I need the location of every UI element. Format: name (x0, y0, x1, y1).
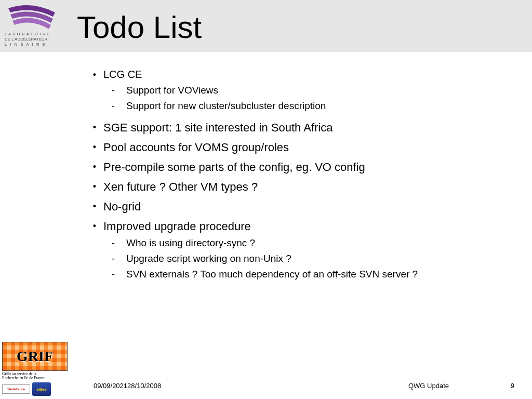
footer-date: 09/09/202128/10/2008 (94, 382, 161, 390)
bullet-dot-icon: • (86, 180, 103, 192)
bullet-text: SGE support: 1 site interested in South … (103, 121, 332, 135)
subbullet-text: Upgrade script working on non-Unix ? (126, 253, 291, 264)
dash-icon: - (112, 237, 126, 249)
dash-icon: - (112, 269, 126, 280)
bullet-text: Pre-compile some parts of the config, eg… (103, 161, 365, 174)
bullet-precompile: • Pre-compile some parts of the config, … (86, 161, 522, 174)
subbullet-svn: - SVN externals ? Too much dependency of… (112, 269, 522, 280)
subbullet-text: Support for new cluster/subcluster descr… (126, 100, 326, 112)
egee-logo: eGee (32, 382, 51, 396)
bullet-upgrade: • Improved upgrade procedure (86, 220, 522, 233)
bullet-text: Improved upgrade procedure (103, 220, 251, 233)
grif-title: GRIF (17, 348, 53, 365)
bullet-nogrid: • No-grid (86, 200, 522, 214)
lal-text-1: L A B O R A T O I R E (5, 32, 50, 36)
bullet-text: No-grid (103, 200, 141, 214)
bullet-text: LCG CE (103, 69, 142, 81)
bullet-pool: • Pool accounts for VOMS group/roles (86, 141, 522, 154)
subbullet-nonunix: - Upgrade script working on non-Unix ? (112, 253, 522, 264)
grif-subtitle-2: Recherche en Ile de France (2, 376, 85, 380)
bullet-dot-icon: • (86, 200, 103, 212)
bullet-dot-icon: • (86, 220, 103, 232)
corner-logos: GRIF Grille au service de la Recherche e… (2, 342, 85, 396)
iledefrance-logo: *iledefrance (2, 384, 30, 394)
lal-text-3: L I N É A I R E (5, 42, 46, 47)
dash-icon: - (112, 85, 126, 96)
slide-content: • LCG CE - Support for VOViews - Support… (86, 62, 522, 280)
lal-text-2: DE L'ACCÉLÉRATEUR (5, 37, 47, 42)
dash-icon: - (112, 253, 126, 264)
page-title: Todo List (77, 9, 202, 45)
grif-logo: GRIF (2, 342, 68, 371)
subbullet-text: Support for VOViews (126, 85, 218, 96)
mini-logo-row: *iledefrance eGee (2, 382, 85, 396)
subbullet-dirsync: - Who is using directory-sync ? (112, 237, 522, 249)
bullet-dot-icon: • (86, 161, 103, 172)
lal-logo: L A B O R A T O I R E DE L'ACCÉLÉRATEUR … (3, 3, 71, 49)
bullet-lcg-ce: • LCG CE (86, 69, 522, 81)
subbullet-text: SVN externals ? Too much dependency of a… (126, 269, 418, 280)
bullet-text: Pool accounts for VOMS group/roles (103, 141, 289, 154)
slide-root: L A B O R A T O I R E DE L'ACCÉLÉRATEUR … (0, 0, 532, 399)
subbullet-cluster: - Support for new cluster/subcluster des… (112, 100, 522, 112)
bullet-text: Xen future ? Other VM types ? (103, 180, 258, 194)
subbullet-voviews: - Support for VOViews (112, 85, 522, 96)
footer-center-text: QWG Update (408, 382, 449, 390)
subbullet-text: Who is using directory-sync ? (126, 237, 255, 249)
bullet-dot-icon: • (86, 69, 103, 81)
bullet-xen: • Xen future ? Other VM types ? (86, 180, 522, 194)
bullet-dot-icon: • (86, 141, 103, 153)
footer-page-number: 9 (511, 382, 514, 390)
dash-icon: - (112, 100, 126, 112)
bullet-sge: • SGE support: 1 site interested in Sout… (86, 121, 522, 135)
bullet-dot-icon: • (86, 121, 103, 133)
